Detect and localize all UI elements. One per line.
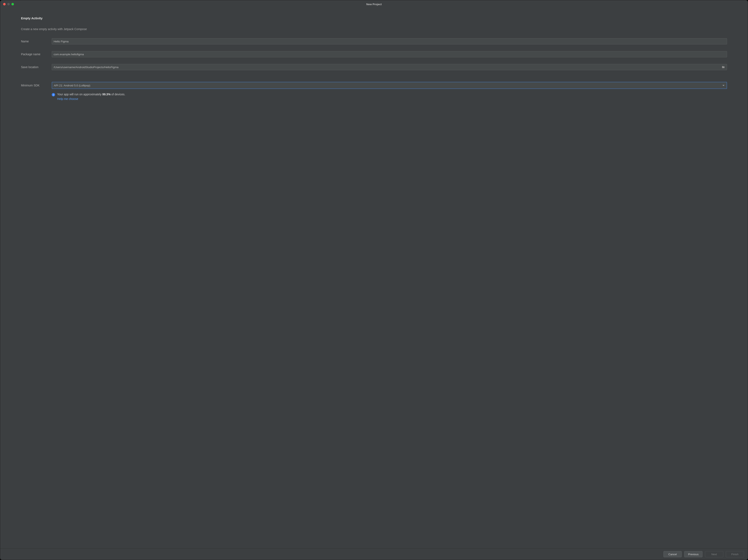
label-package-name: Package name: [21, 52, 52, 56]
minimum-sdk-select[interactable]: API 21: Android 5.0 (Lollipop): [52, 82, 727, 89]
label-name: Name: [21, 40, 52, 43]
row-package-name: Package name: [21, 51, 727, 57]
previous-button[interactable]: Previous: [684, 551, 702, 557]
save-location-input-wrapper: [52, 64, 727, 70]
finish-button: Finish: [726, 551, 744, 557]
window-title: New Project: [0, 3, 748, 6]
minimum-sdk-value: API 21: Android 5.0 (Lollipop): [54, 84, 90, 87]
sdk-info: i Your app will run on approximately 99.…: [52, 93, 727, 100]
dialog-footer: Cancel Previous Next Finish: [0, 549, 748, 560]
new-project-dialog: New Project Empty Activity Create a new …: [0, 0, 748, 560]
label-minimum-sdk: Minimum SDK: [21, 84, 52, 87]
help-me-choose-link[interactable]: Help me choose: [57, 97, 78, 100]
window-close-button[interactable]: [3, 3, 6, 5]
package-name-input[interactable]: [52, 51, 727, 57]
folder-browse-icon[interactable]: [721, 66, 725, 69]
chevron-down-icon: [722, 85, 725, 86]
info-icon: i: [52, 93, 55, 96]
row-name: Name: [21, 38, 727, 45]
save-location-input[interactable]: [52, 64, 721, 70]
cancel-button[interactable]: Cancel: [663, 551, 682, 557]
page-description: Create a new empty activity with Jetpack…: [21, 27, 727, 31]
window-zoom-button[interactable]: [11, 3, 14, 5]
dialog-content: Empty Activity Create a new empty activi…: [0, 8, 748, 549]
name-input[interactable]: [52, 38, 727, 45]
row-save-location: Save location: [21, 64, 727, 70]
sdk-info-text: Your app will run on approximately 99.3%…: [57, 93, 125, 96]
label-save-location: Save location: [21, 66, 52, 69]
titlebar: New Project: [0, 0, 748, 8]
page-heading: Empty Activity: [21, 17, 727, 20]
row-minimum-sdk: Minimum SDK API 21: Android 5.0 (Lollipo…: [21, 82, 727, 89]
next-button: Next: [705, 551, 723, 557]
window-minimize-button[interactable]: [7, 3, 10, 5]
traffic-lights: [0, 3, 14, 5]
